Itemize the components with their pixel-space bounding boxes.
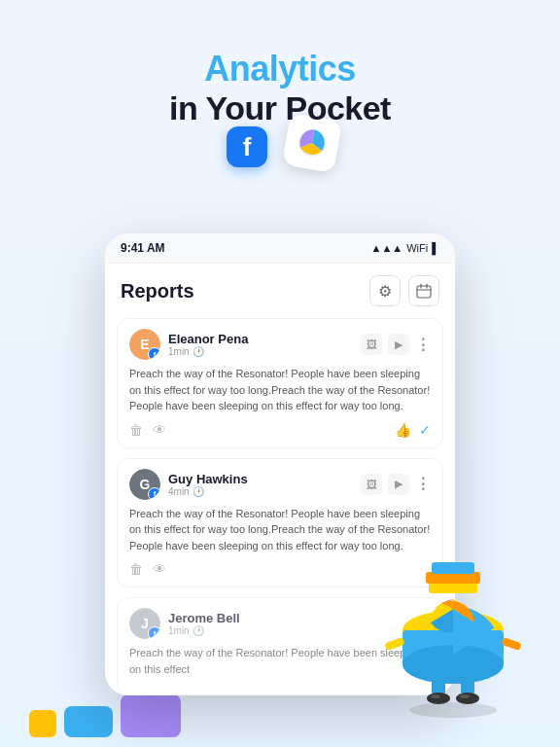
- clock-icon: 🕐: [192, 486, 204, 497]
- status-icons: ▲▲▲ WiFi ▌: [371, 242, 439, 254]
- svg-point-19: [460, 694, 470, 698]
- user-info: G f Guy Hawkins 4min 🕐: [129, 469, 248, 500]
- more-options-button[interactable]: ⋮: [415, 336, 431, 354]
- user-meta: Guy Hawkins 4min 🕐: [168, 472, 248, 497]
- floating-icons-area: f: [222, 117, 338, 195]
- svg-point-18: [431, 694, 440, 698]
- reports-header: Reports ⚙: [105, 264, 455, 318]
- decorative-blocks: [29, 694, 181, 737]
- delete-icon[interactable]: 🗑: [129, 422, 143, 438]
- user-name: Eleanor Pena: [168, 332, 248, 346]
- user-meta: Jerome Bell 1min 🕐: [168, 611, 240, 636]
- clock-icon: 🕐: [192, 625, 204, 636]
- battery-icon: ▌: [432, 242, 439, 254]
- avatar: J f: [129, 608, 160, 639]
- avatar: E f: [129, 329, 160, 360]
- facebook-icon: f: [227, 126, 267, 167]
- post-header: G f Guy Hawkins 4min 🕐 🖼 ▶ ⋮: [129, 469, 431, 500]
- analytics-title: Analytics: [0, 49, 560, 89]
- fb-badge: f: [148, 487, 160, 500]
- delete-icon[interactable]: 🗑: [129, 561, 143, 577]
- fb-badge: f: [148, 626, 160, 639]
- post-time: 1min 🕐: [168, 625, 240, 636]
- svg-rect-11: [432, 562, 474, 574]
- image-icon[interactable]: 🖼: [361, 334, 382, 355]
- block-yellow: [29, 710, 56, 737]
- footer-left: 🗑 👁: [129, 422, 166, 438]
- svg-rect-13: [501, 637, 522, 651]
- wifi-icon: WiFi: [406, 242, 428, 254]
- post-actions: 🖼 ▶ ⋮: [361, 334, 431, 355]
- video-icon[interactable]: ▶: [388, 334, 409, 355]
- hide-icon[interactable]: 👁: [153, 561, 166, 577]
- footer-right: 👍 ✓: [395, 422, 431, 438]
- avatar: G f: [129, 469, 160, 500]
- calendar-button[interactable]: [408, 275, 439, 306]
- subtitle-text: in Your Pocket: [0, 89, 560, 127]
- more-options-button[interactable]: ⋮: [415, 475, 431, 493]
- fb-badge: f: [148, 347, 160, 360]
- svg-rect-12: [384, 637, 405, 651]
- hide-icon[interactable]: 👁: [153, 422, 166, 438]
- clock-icon: 🕐: [192, 346, 204, 357]
- svg-point-17: [456, 693, 479, 704]
- post-time: 4min 🕐: [168, 486, 248, 497]
- post-text: Preach the way of the Resonator! People …: [129, 366, 431, 414]
- header-actions: ⚙: [369, 275, 439, 306]
- block-purple: [121, 694, 181, 737]
- block-blue: [64, 706, 113, 737]
- footer-left: 🗑 👁: [129, 561, 166, 577]
- svg-point-16: [427, 693, 450, 704]
- post-item: E f Eleanor Pena 1min 🕐 🖼 ▶ ⋮: [117, 318, 443, 448]
- user-name: Guy Hawkins: [168, 472, 248, 486]
- pie-chart-character: [375, 543, 531, 718]
- user-info: E f Eleanor Pena 1min 🕐: [129, 329, 248, 360]
- post-time: 1min 🕐: [168, 346, 248, 357]
- gear-button[interactable]: ⚙: [369, 275, 401, 306]
- like-icon[interactable]: 👍: [395, 422, 411, 438]
- hero-section: Analytics in Your Pocket: [0, 0, 560, 127]
- reports-title: Reports: [121, 280, 194, 302]
- svg-point-5: [409, 702, 497, 718]
- post-header: E f Eleanor Pena 1min 🕐 🖼 ▶ ⋮: [129, 329, 431, 360]
- video-icon[interactable]: ▶: [388, 474, 409, 495]
- post-actions: 🖼 ▶ ⋮: [361, 474, 431, 495]
- user-meta: Eleanor Pena 1min 🕐: [168, 332, 248, 357]
- user-info: J f Jerome Bell 1min 🕐: [129, 608, 240, 639]
- signal-icon: ▲▲▲: [371, 242, 403, 254]
- post-footer: 🗑 👁 👍 ✓: [129, 422, 431, 438]
- check-icon[interactable]: ✓: [419, 422, 431, 438]
- image-icon[interactable]: 🖼: [361, 474, 382, 495]
- svg-rect-1: [417, 286, 431, 298]
- user-name: Jerome Bell: [168, 611, 240, 625]
- status-bar: 9:41 AM ▲▲▲ WiFi ▌: [105, 233, 455, 264]
- status-time: 9:41 AM: [121, 241, 165, 255]
